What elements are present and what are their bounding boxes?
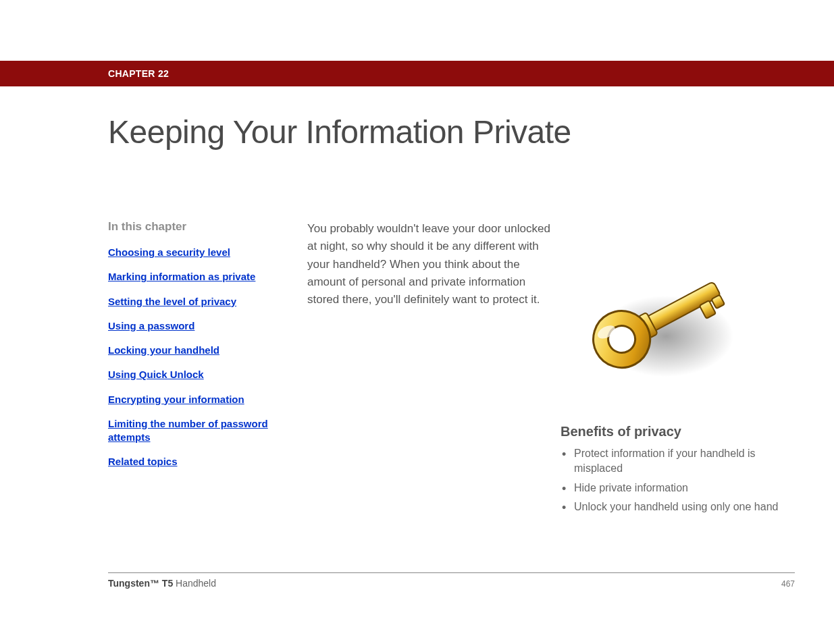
benefit-item: Hide private information: [561, 481, 797, 495]
footer-product: Tungsten™ T5 Handheld: [108, 578, 216, 589]
in-this-chapter-sidebar: In this chapter Choosing a security leve…: [108, 220, 284, 480]
benefits-heading: Benefits of privacy: [561, 424, 797, 439]
footer-product-name: Tungsten™ T5: [108, 578, 173, 589]
toc-link-setting-privacy-level[interactable]: Setting the level of privacy: [108, 295, 270, 308]
chapter-label: CHAPTER 22: [39, 61, 795, 86]
page-title: Keeping Your Information Private: [108, 113, 571, 151]
benefit-item: Protect information if your handheld is …: [561, 446, 797, 477]
toc-link-locking-handheld[interactable]: Locking your handheld: [108, 344, 270, 357]
footer-rule: [108, 572, 795, 573]
footer-product-suffix: Handheld: [173, 578, 216, 589]
toc-link-using-password[interactable]: Using a password: [108, 319, 270, 333]
sidebar-heading: In this chapter: [108, 220, 284, 234]
benefits-list: Protect information if your handheld is …: [561, 446, 797, 515]
benefits-section: Benefits of privacy Protect information …: [561, 424, 797, 519]
key-icon: [579, 251, 741, 386]
page: CHAPTER 22 Keeping Your Information Priv…: [0, 0, 834, 644]
footer-page-number: 467: [781, 579, 795, 589]
toc-link-choosing-security-level[interactable]: Choosing a security level: [108, 246, 270, 259]
toc-link-quick-unlock[interactable]: Using Quick Unlock: [108, 368, 270, 381]
benefit-item: Unlock your handheld using only one hand: [561, 500, 797, 514]
toc-link-marking-private[interactable]: Marking information as private: [108, 270, 270, 284]
intro-paragraph: You probably wouldn't leave your door un…: [307, 220, 550, 309]
toc-link-limiting-attempts[interactable]: Limiting the number of password attempts: [108, 417, 270, 445]
toc-link-encrypting[interactable]: Encrypting your information: [108, 393, 270, 406]
chapter-bar: CHAPTER 22: [0, 61, 834, 86]
toc-link-related-topics[interactable]: Related topics: [108, 455, 270, 468]
